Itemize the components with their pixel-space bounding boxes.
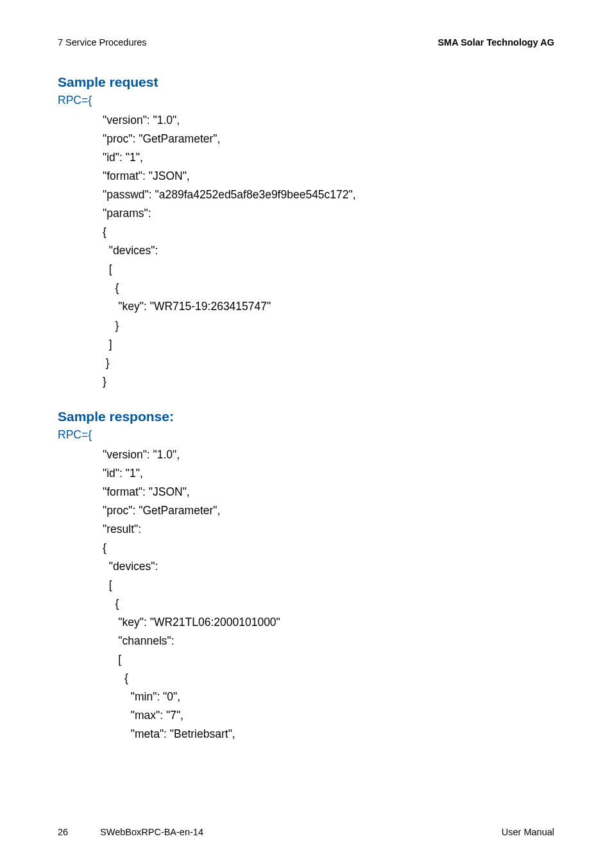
response-code-block: "version": "1.0", "id": "1", "format": "… [103, 446, 554, 744]
footer-left: 26 SWebBoxRPC-BA-en-14 [58, 827, 203, 837]
rpc-open-request: RPC={ [58, 94, 554, 107]
page-number: 26 [58, 827, 98, 837]
rpc-open-response: RPC={ [58, 428, 554, 442]
page: 7 Service Procedures SMA Solar Technolog… [0, 0, 612, 868]
sample-request-heading: Sample request [58, 74, 554, 90]
running-header: 7 Service Procedures SMA Solar Technolog… [58, 37, 554, 48]
footer-right: User Manual [502, 827, 554, 837]
doc-id: SWebBoxRPC-BA-en-14 [100, 827, 203, 837]
page-footer: 26 SWebBoxRPC-BA-en-14 User Manual [58, 827, 554, 837]
header-section: 7 Service Procedures [58, 37, 147, 48]
request-code-block: "version": "1.0", "proc": "GetParameter"… [103, 111, 554, 391]
header-company: SMA Solar Technology AG [438, 37, 554, 48]
sample-response-heading: Sample response: [58, 409, 554, 424]
